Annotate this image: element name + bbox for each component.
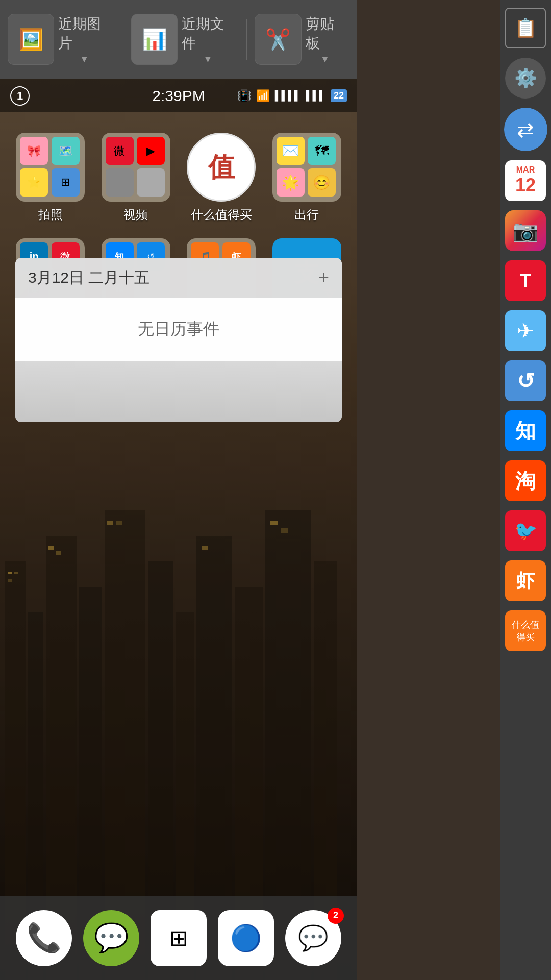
folder-icon-map2: 🗺 (308, 137, 336, 165)
recent-images-icon: 🖼️ (8, 14, 54, 65)
sidebar-calendar-icon[interactable]: MAR 12 (505, 160, 546, 201)
video-folder-label: 视频 (123, 207, 148, 223)
messages-badge: 2 (328, 908, 344, 924)
folder-icon-t1: 🌟 (277, 168, 305, 197)
toolbar-sep-1 (123, 19, 123, 60)
messages-icon: 💬 (298, 924, 329, 952)
video-folder-icon: 微 ▶ (102, 133, 170, 202)
sidebar-weibo-store-icon[interactable]: T (505, 260, 546, 301)
dock-wechat[interactable]: 💬 (83, 910, 139, 966)
status-time: 2:39PM (152, 87, 205, 105)
toolbar-recent-images[interactable]: 🖼️ 近期图片 ▼ (8, 14, 110, 65)
folder-icon-weibo: 微 (106, 137, 134, 165)
folder-icon-v3 (137, 168, 165, 197)
app-video-folder[interactable]: 微 ▶ 视频 (101, 133, 171, 223)
recent-files-icon: 📊 (131, 14, 178, 65)
toolbar-clipboard[interactable]: ✂️ 剪贴板 ▼ (255, 14, 344, 65)
sidebar-switch-icon[interactable]: ⇄ (504, 108, 547, 151)
sidebar-gear-icon[interactable]: ⚙️ (505, 58, 546, 99)
dock-phone[interactable]: 📞 (16, 910, 72, 966)
wechat-icon: 💬 (94, 921, 129, 954)
calendar-header: 3月12日 二月十五 + (15, 258, 342, 298)
travel-folder-label: 出行 (294, 207, 319, 223)
toolbar-recent-files[interactable]: 📊 近期文件 ▼ (131, 14, 234, 65)
signal-1-icon: ▌▌▌▌ (275, 90, 301, 101)
folder-icon-t2: 😊 (308, 168, 336, 197)
folder-icon-v2 (106, 168, 134, 197)
folder-icon-grid: ⊞ (52, 168, 80, 197)
calendar-footer-bg (15, 361, 342, 422)
calendar-add-button[interactable]: + (318, 267, 329, 288)
calendar-date: 3月12日 二月十五 (28, 267, 149, 288)
clipboard-icon: ✂️ (255, 14, 301, 65)
sidebar-refresh-icon[interactable]: ↺ (505, 360, 546, 401)
folder-icon-star: ⭐ (20, 168, 48, 197)
dock-siri[interactable]: 🔵 (218, 910, 274, 966)
status-number: 1 (10, 86, 30, 106)
calendar-body: 无日历事件 (15, 298, 342, 361)
signal-2-icon: ▌▌▌ (306, 90, 325, 101)
main-area: 🎀 🗺️ ⭐ ⊞ 拍照 微 ▶ 视频 值 什么值得买 (0, 112, 357, 896)
dock: 📞 💬 ⊞ 🔵 💬 2 (0, 896, 357, 980)
clipboard-label: 剪贴板 ▼ (306, 14, 344, 65)
phone-icon: 📞 (27, 921, 62, 954)
travel-folder-icon: ✉️ 🗺 🌟 😊 (272, 133, 341, 202)
no-event-text: 无日历事件 (138, 320, 219, 338)
folder-icon-map: 🗺️ (52, 137, 80, 165)
applist-icon: ⊞ (169, 925, 188, 951)
sidebar-instagram-icon[interactable]: 📷 (505, 210, 546, 251)
status-bar: 1 2:39PM 📳 📶 ▌▌▌▌ ▌▌▌ 22 (0, 79, 357, 112)
photo-folder-label: 拍照 (38, 207, 63, 223)
folder-icon-youtube: ▶ (137, 137, 165, 165)
vibrate-icon: 📳 (237, 89, 251, 103)
toolbar-sep-2 (246, 19, 247, 60)
sidebar-clipboard-icon[interactable]: 📋 (505, 8, 546, 48)
calendar-widget: 3月12日 二月十五 + 无日历事件 (15, 258, 342, 422)
wifi-icon: 📶 (256, 89, 270, 103)
sidebar-paper-icon[interactable]: ✈ (505, 310, 546, 351)
status-left: 1 (10, 86, 30, 106)
app-zhide[interactable]: 值 什么值得买 (186, 133, 257, 223)
status-right: 📳 📶 ▌▌▌▌ ▌▌▌ 22 (237, 89, 347, 103)
recent-images-label: 近期图片 ▼ (58, 14, 110, 65)
top-toolbar: 🖼️ 近期图片 ▼ 📊 近期文件 ▼ ✂️ 剪贴板 ▼ (0, 0, 357, 79)
sidebar-weibo-icon[interactable]: 🐦 (505, 510, 546, 551)
recent-files-label: 近期文件 ▼ (182, 14, 234, 65)
siri-icon: 🔵 (230, 923, 262, 953)
dock-messages[interactable]: 💬 2 (285, 910, 341, 966)
sidebar-shrimp-icon[interactable]: 虾 (505, 560, 546, 601)
zhide-single-icon: 值 (187, 133, 256, 202)
folder-icon-xiu: 🎀 (20, 137, 48, 165)
zhide-label: 什么值得买 (191, 207, 252, 223)
sidebar-zhihu-icon[interactable]: 知 (505, 410, 546, 451)
dock-applist[interactable]: ⊞ (151, 910, 207, 966)
sidebar-taobao-icon[interactable]: 淘 (505, 460, 546, 501)
battery-badge: 22 (331, 89, 347, 102)
photo-folder-icon: 🎀 🗺️ ⭐ ⊞ (16, 133, 85, 202)
right-sidebar: 📋 ⚙️ ⇄ MAR 12 📷 T ✈ ↺ 知 淘 🐦 虾 什么值得买 (500, 0, 551, 980)
app-travel-folder[interactable]: ✉️ 🗺 🌟 😊 出行 (272, 133, 342, 223)
sidebar-zhide-icon[interactable]: 什么值得买 (505, 610, 546, 651)
calendar-footer (15, 361, 342, 422)
folder-icon-mail: ✉️ (277, 137, 305, 165)
app-photo-folder[interactable]: 🎀 🗺️ ⭐ ⊞ 拍照 (15, 133, 86, 223)
